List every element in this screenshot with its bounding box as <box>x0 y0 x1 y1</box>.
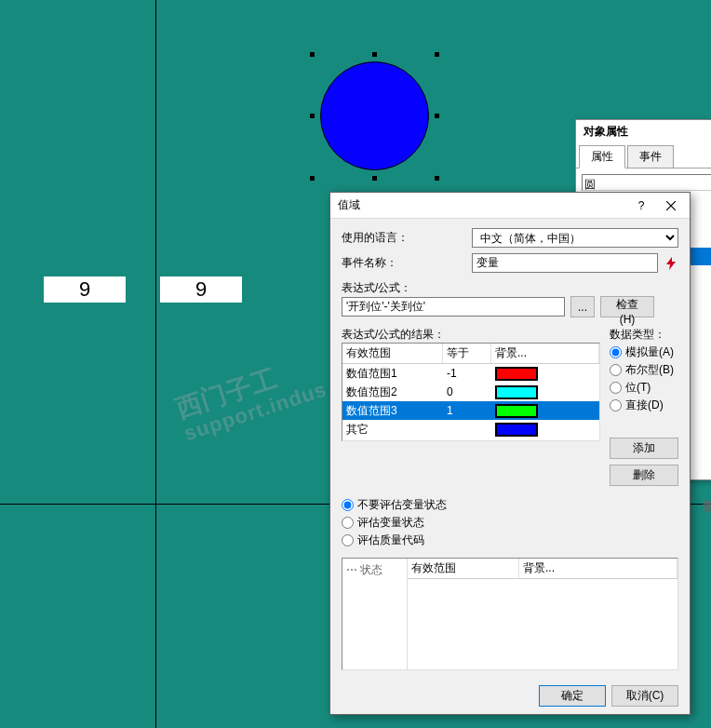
cancel-button[interactable]: 取消(C) <box>611 685 678 707</box>
add-button[interactable]: 添加 <box>610 438 678 459</box>
col-background[interactable]: 背景... <box>491 344 599 363</box>
eval-quality[interactable]: 评估质量代码 <box>342 533 678 548</box>
close-button[interactable] <box>656 195 686 216</box>
tab-events[interactable]: 事件 <box>627 145 674 168</box>
ranges-grid[interactable]: 有效范围 等于 背景... 数值范围1-1 数值范围20 数值范围31 其它 <box>342 343 600 441</box>
type-bool[interactable]: 布尔型(B) <box>610 362 678 378</box>
range-row[interactable]: 数值范围1-1 <box>342 364 599 383</box>
event-label: 事件名称： <box>342 255 472 271</box>
event-name-input[interactable] <box>472 253 658 273</box>
status-area: ⋯ 状态 有效范围 背景... <box>342 558 678 670</box>
col-equals[interactable]: 等于 <box>443 344 491 363</box>
col-range[interactable]: 有效范围 <box>342 344 443 363</box>
expr-label: 表达式/公式： <box>342 280 678 296</box>
type-analog[interactable]: 模拟量(A) <box>610 344 678 360</box>
io-field-2[interactable]: 9 <box>160 276 242 303</box>
value-range-dialog: 值域 ? 使用的语言： 中文（简体，中国） 事件名称： 表达式/公式： ... … <box>329 192 691 715</box>
type-label: 数据类型： <box>610 327 678 343</box>
tab-properties[interactable]: 属性 <box>579 145 625 169</box>
range-row[interactable]: 数值范围20 <box>342 383 599 401</box>
result-label: 表达式/公式的结果： <box>342 327 600 343</box>
tree-root[interactable]: 圆 <box>582 174 711 191</box>
delete-button[interactable]: 删除 <box>610 465 678 486</box>
range-row[interactable]: 其它 <box>342 420 599 438</box>
type-bit[interactable]: 位(T) <box>610 380 678 396</box>
ok-button[interactable]: 确定 <box>539 685 606 707</box>
dialog-title: 值域 <box>338 197 626 213</box>
status-col-range[interactable]: 有效范围 <box>408 559 519 578</box>
dynamic-icon[interactable] <box>664 256 678 271</box>
help-button[interactable]: ? <box>626 195 656 216</box>
eval-none[interactable]: 不要评估变量状态 <box>342 497 678 513</box>
watermark: 西门子工 support.indus <box>172 351 329 446</box>
lang-label: 使用的语言： <box>342 230 472 246</box>
expression-browse-button[interactable]: ... <box>570 296 595 317</box>
eval-var[interactable]: 评估变量状态 <box>342 515 678 531</box>
status-tree-node[interactable]: ⋯ 状态 <box>346 563 382 576</box>
range-row-selected[interactable]: 数值范围31 <box>342 401 599 420</box>
check-button[interactable]: 检查(H) <box>600 296 654 317</box>
dialog-titlebar[interactable]: 值域 ? <box>330 193 690 219</box>
props-title[interactable]: 对象属性 <box>576 120 711 142</box>
canvas-circle[interactable] <box>320 61 429 170</box>
status-col-bg[interactable]: 背景... <box>519 559 677 578</box>
io-field-1[interactable]: 9 <box>44 276 126 303</box>
expression-input[interactable] <box>342 297 565 317</box>
language-select[interactable]: 中文（简体，中国） <box>472 228 678 248</box>
type-direct[interactable]: 直接(D) <box>610 398 678 413</box>
